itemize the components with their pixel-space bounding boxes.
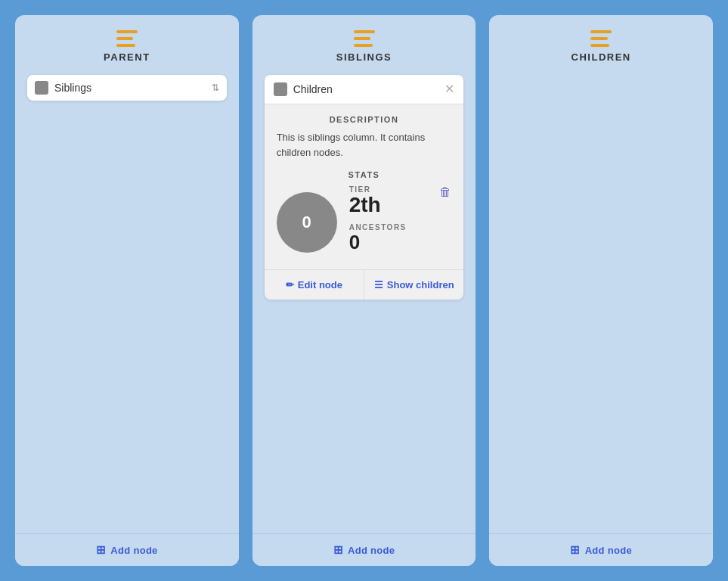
node-card-title: Children (293, 83, 439, 95)
tier-row: TIER 2th (349, 185, 452, 217)
add-icon (333, 543, 343, 557)
description-text: This is siblings column. It contains chi… (277, 130, 452, 160)
node-card-body: DESCRIPTION This is siblings column. It … (265, 104, 464, 269)
icon-line-3 (116, 44, 135, 47)
icon-line-2 (354, 37, 370, 40)
show-children-button[interactable]: Show children (364, 270, 463, 300)
stats-circle: 0 (277, 192, 337, 253)
node-card-header: Children ✕ (265, 75, 464, 104)
children-column-header: CHILDREN (572, 30, 631, 63)
ancestors-value: 0 (349, 231, 452, 253)
siblings-column-header: SIBLINGS (336, 30, 392, 63)
ancestors-label: ANCESTORS (349, 223, 452, 231)
node-card-actions: Edit node Show children (265, 269, 464, 300)
show-children-label: Show children (387, 279, 454, 290)
delete-icon[interactable]: 🗑 (439, 185, 451, 199)
parent-add-label: Add node (110, 545, 157, 556)
description-label: DESCRIPTION (277, 115, 452, 124)
circle-value: 0 (302, 213, 311, 232)
siblings-add-node-button[interactable]: Add node (333, 543, 395, 557)
columns-wrapper: PARENT Siblings ⇅ Add node SIBLINGS (15, 15, 713, 566)
icon-line-3 (354, 44, 373, 47)
siblings-dropdown[interactable]: Siblings ⇅ (27, 75, 227, 101)
children-column: CHILDREN Add node (489, 15, 713, 566)
parent-add-node-button[interactable]: Add node (96, 543, 158, 557)
description-section: DESCRIPTION This is siblings column. It … (277, 115, 452, 160)
stats-label: STATS (277, 170, 452, 179)
parent-column-header: PARENT (104, 30, 150, 63)
children-column-title: CHILDREN (572, 51, 631, 63)
dropdown-arrow-icon[interactable]: ⇅ (212, 82, 219, 93)
pencil-icon (286, 279, 294, 290)
children-column-footer: Add node (489, 533, 713, 566)
icon-line-2 (116, 37, 133, 40)
children-add-node-button[interactable]: Add node (570, 543, 632, 557)
siblings-add-label: Add node (348, 545, 395, 556)
show-children-icon (374, 279, 383, 290)
icon-line-1 (590, 30, 612, 33)
icon-line-3 (590, 44, 609, 47)
siblings-list-icon (354, 30, 375, 47)
parent-column-title: PARENT (104, 51, 150, 63)
card-square-icon (274, 82, 287, 96)
siblings-column: SIBLINGS Children ✕ DESCRIPTION This is … (252, 15, 476, 566)
stats-inner: 0 TIER 2th ANCESTORS 0 🗑 (277, 185, 452, 259)
add-icon (96, 543, 106, 557)
parent-column: PARENT Siblings ⇅ Add node (15, 15, 239, 566)
parent-column-footer: Add node (15, 533, 239, 566)
parent-list-icon (116, 30, 138, 47)
siblings-column-title: SIBLINGS (336, 51, 392, 63)
stats-section: STATS 0 TIER 2th ANCESTORS (277, 170, 452, 259)
node-card: Children ✕ DESCRIPTION This is siblings … (265, 75, 464, 300)
icon-line-1 (116, 30, 138, 33)
close-icon[interactable]: ✕ (445, 83, 454, 95)
edit-label: Edit node (298, 279, 342, 290)
ancestors-row: ANCESTORS 0 (349, 223, 452, 253)
children-add-label: Add node (585, 545, 632, 556)
dropdown-square-icon (35, 81, 48, 95)
tier-value: 2th (349, 194, 452, 217)
icon-line-2 (590, 37, 607, 40)
siblings-column-footer: Add node (252, 533, 476, 566)
add-icon (570, 543, 580, 557)
children-list-icon (590, 30, 612, 47)
dropdown-label: Siblings (54, 82, 206, 94)
stats-details: TIER 2th ANCESTORS 0 (349, 185, 452, 259)
edit-node-button[interactable]: Edit node (265, 270, 364, 300)
icon-line-1 (354, 30, 375, 33)
